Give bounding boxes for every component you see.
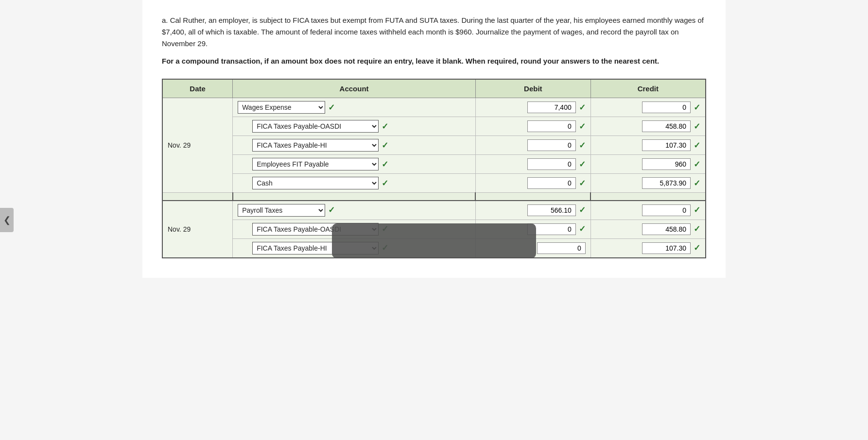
check-icon: ✓ xyxy=(694,159,700,169)
credit-input[interactable] xyxy=(642,120,691,132)
debit-input[interactable] xyxy=(537,242,586,254)
credit-cell: ✓ xyxy=(590,117,706,136)
check-icon: ✓ xyxy=(382,178,388,188)
chevron-left-icon: ❮ xyxy=(3,215,11,225)
check-icon: ✓ xyxy=(694,140,700,151)
problem-text: a. Cal Ruther, an employer, is subject t… xyxy=(162,15,706,67)
credit-cell: ✓ xyxy=(590,174,706,193)
problem-paragraph-1: a. Cal Ruther, an employer, is subject t… xyxy=(162,15,706,50)
account-cell: FICA Taxes Payable-OASDI✓ xyxy=(233,117,476,136)
journal-table: Date Account Debit Credit Nov. 29Wages E… xyxy=(162,79,706,258)
debit-input[interactable] xyxy=(527,223,576,235)
credit-cell: ✓ xyxy=(590,98,706,117)
check-icon: ✓ xyxy=(694,243,700,253)
table-row: Nov. 29Payroll Taxes✓✓✓ xyxy=(162,201,706,220)
debit-cell: ✓ xyxy=(475,220,590,238)
credit-cell: ✓ xyxy=(590,155,706,174)
header-debit: Debit xyxy=(475,79,590,98)
check-icon: ✓ xyxy=(579,102,586,113)
account-select[interactable]: Payroll Taxes xyxy=(238,204,325,217)
date-cell: Nov. 29 xyxy=(162,201,233,258)
check-icon: ✓ xyxy=(382,140,388,151)
table-row: FICA Taxes Payable-HI✓✓ xyxy=(162,238,706,258)
check-icon: ✓ xyxy=(694,224,700,234)
check-icon: ✓ xyxy=(328,205,335,215)
debit-cell: ✓ xyxy=(475,155,590,174)
debit-input[interactable] xyxy=(527,139,576,151)
separator-row xyxy=(162,193,706,201)
check-icon: ✓ xyxy=(328,102,335,113)
check-icon: ✓ xyxy=(579,159,586,169)
check-icon: ✓ xyxy=(694,205,700,215)
account-select[interactable]: Cash xyxy=(252,177,379,189)
credit-cell: ✓ xyxy=(590,220,706,238)
header-credit: Credit xyxy=(590,79,706,98)
check-icon: ✓ xyxy=(694,178,700,188)
credit-input[interactable] xyxy=(642,177,691,189)
debit-cell xyxy=(475,238,590,258)
credit-input[interactable] xyxy=(642,204,691,216)
credit-input[interactable] xyxy=(642,158,691,170)
credit-input[interactable] xyxy=(642,102,691,113)
table-row: FICA Taxes Payable-HI✓✓✓ xyxy=(162,136,706,155)
account-cell: FICA Taxes Payable-OASDI✓ xyxy=(233,220,476,238)
table-row: Employees FIT Payable✓✓✓ xyxy=(162,155,706,174)
account-cell: FICA Taxes Payable-HI✓ xyxy=(233,238,476,258)
date-cell: Nov. 29 xyxy=(162,98,233,193)
check-icon: ✓ xyxy=(382,121,388,132)
table-row: Nov. 29Wages Expense✓✓✓ xyxy=(162,98,706,117)
check-icon: ✓ xyxy=(579,140,586,151)
nav-arrow-left[interactable]: ❮ xyxy=(0,208,14,232)
account-cell: Employees FIT Payable✓ xyxy=(233,155,476,174)
check-icon: ✓ xyxy=(382,159,388,169)
problem-paragraph-2: For a compound transaction, if an amount… xyxy=(162,55,706,67)
account-select[interactable]: FICA Taxes Payable-HI xyxy=(252,242,379,254)
debit-input[interactable] xyxy=(527,158,576,170)
table-row: FICA Taxes Payable-OASDI✓✓✓ xyxy=(162,117,706,136)
table-row: FICA Taxes Payable-OASDI✓✓✓ xyxy=(162,220,706,238)
table-header-row: Date Account Debit Credit xyxy=(162,79,706,98)
credit-cell: ✓ xyxy=(590,238,706,258)
header-date: Date xyxy=(162,79,233,98)
credit-input[interactable] xyxy=(642,139,691,151)
debit-cell: ✓ xyxy=(475,201,590,220)
debit-cell: ✓ xyxy=(475,174,590,193)
check-icon: ✓ xyxy=(579,205,586,215)
account-select[interactable]: FICA Taxes Payable-OASDI xyxy=(252,223,379,236)
account-cell: Cash✓ xyxy=(233,174,476,193)
account-select[interactable]: Employees FIT Payable xyxy=(252,158,379,170)
debit-input[interactable] xyxy=(527,177,576,189)
credit-input[interactable] xyxy=(642,223,691,235)
debit-cell: ✓ xyxy=(475,98,590,117)
debit-input[interactable] xyxy=(527,102,576,113)
debit-cell: ✓ xyxy=(475,117,590,136)
account-select[interactable]: FICA Taxes Payable-HI xyxy=(252,139,379,152)
check-icon: ✓ xyxy=(694,102,700,113)
check-icon: ✓ xyxy=(579,178,586,188)
check-icon: ✓ xyxy=(382,243,388,253)
header-account: Account xyxy=(233,79,476,98)
debit-input[interactable] xyxy=(527,120,576,132)
account-cell: FICA Taxes Payable-HI✓ xyxy=(233,136,476,155)
check-icon: ✓ xyxy=(694,121,700,132)
check-icon: ✓ xyxy=(579,224,586,234)
debit-cell: ✓ xyxy=(475,136,590,155)
credit-cell: ✓ xyxy=(590,136,706,155)
debit-input[interactable] xyxy=(527,204,576,216)
table-row: Cash✓✓✓ xyxy=(162,174,706,193)
check-icon: ✓ xyxy=(382,224,388,234)
check-icon: ✓ xyxy=(579,121,586,132)
credit-input[interactable] xyxy=(642,242,691,254)
account-select[interactable]: FICA Taxes Payable-OASDI xyxy=(252,120,379,133)
account-cell: Payroll Taxes✓ xyxy=(233,201,476,220)
account-cell: Wages Expense✓ xyxy=(233,98,476,117)
account-select[interactable]: Wages Expense xyxy=(238,101,325,114)
credit-cell: ✓ xyxy=(590,201,706,220)
